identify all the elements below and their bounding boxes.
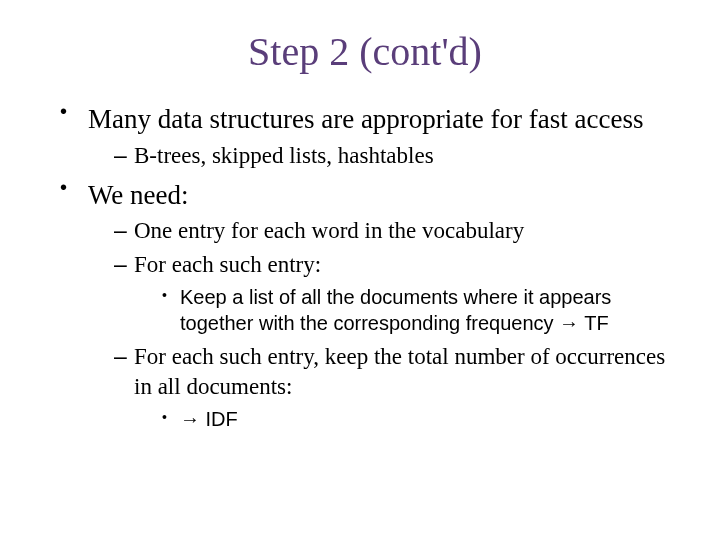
bullet-list: Many data structures are appropriate for… xyxy=(50,103,680,432)
sub-text: B-trees, skipped lists, hashtables xyxy=(134,143,434,168)
subsub-list: → IDF xyxy=(134,406,680,432)
sub-item: B-trees, skipped lists, hashtables xyxy=(114,141,680,171)
slide-title: Step 2 (cont'd) xyxy=(50,28,680,75)
sub-item: For each such entry: Keep a list of all … xyxy=(114,250,680,336)
bullet-text: We need: xyxy=(88,180,189,210)
sub-list: One entry for each word in the vocabular… xyxy=(88,216,680,432)
sub-item: For each such entry, keep the total numb… xyxy=(114,342,680,432)
subsub-list: Keep a list of all the documents where i… xyxy=(134,284,680,336)
sub-text: For each such entry: xyxy=(134,252,321,277)
subsub-text: → IDF xyxy=(180,408,238,430)
subsub-item: Keep a list of all the documents where i… xyxy=(162,284,680,336)
bullet-item: Many data structures are appropriate for… xyxy=(60,103,680,171)
bullet-item: We need: One entry for each word in the … xyxy=(60,179,680,432)
sub-text: One entry for each word in the vocabular… xyxy=(134,218,524,243)
sub-list: B-trees, skipped lists, hashtables xyxy=(88,141,680,171)
subsub-text: Keep a list of all the documents where i… xyxy=(180,286,611,334)
sub-item: One entry for each word in the vocabular… xyxy=(114,216,680,246)
slide: Step 2 (cont'd) Many data structures are… xyxy=(0,0,720,540)
subsub-item: → IDF xyxy=(162,406,680,432)
bullet-text: Many data structures are appropriate for… xyxy=(88,104,644,134)
sub-text: For each such entry, keep the total numb… xyxy=(134,344,665,399)
